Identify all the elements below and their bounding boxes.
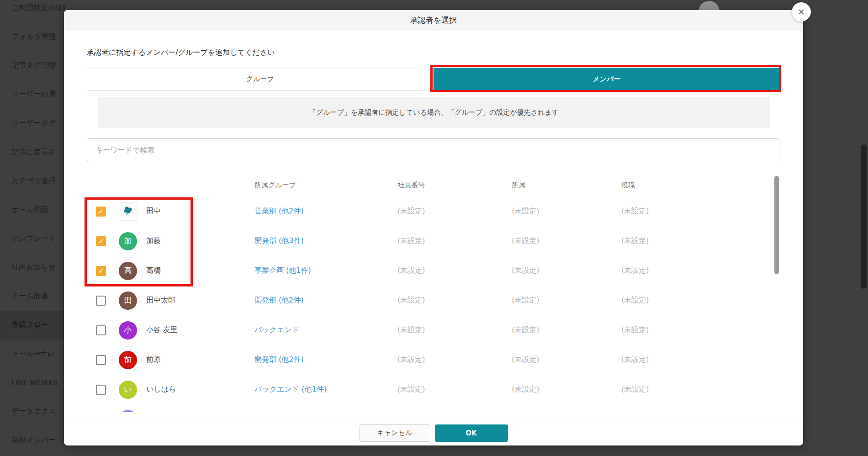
tab-group[interactable]: グループ (87, 68, 434, 90)
sidebar-item[interactable]: 承認フロー (0, 311, 65, 339)
member-department: (未設定) (512, 236, 621, 246)
member-checkbox[interactable]: ✓ (96, 236, 106, 246)
member-employee-no: (未設定) (397, 296, 512, 305)
member-list: 所属グループ 社員番号 所属 役職 ✓ 田中 営業部 (他2件) (未設定) (… (64, 174, 803, 412)
sidebar-item[interactable]: 社内お知らせ (0, 253, 65, 282)
cancel-button[interactable]: キャンセル (360, 424, 430, 442)
sidebar-item[interactable]: 記事タグ管理 (0, 51, 65, 80)
member-department: (未設定) (512, 385, 621, 394)
dialog-footer: キャンセル OK (64, 420, 803, 445)
search-input[interactable] (87, 138, 779, 161)
member-row[interactable]: ✓ 田中 営業部 (他2件) (未設定) (未設定) (未設定) (64, 196, 803, 226)
member-avatar: 小 (119, 321, 137, 339)
member-name: いしはら (137, 385, 254, 394)
member-position: (未設定) (621, 325, 803, 335)
member-row[interactable]: い いしはら バックエンド (他1件) (未設定) (未設定) (未設定) (64, 375, 803, 404)
member-checkbox[interactable] (96, 296, 106, 306)
member-group-link[interactable]: バックエンド (他1件) (254, 385, 397, 394)
member-department: (未設定) (512, 296, 621, 305)
member-group-link[interactable]: バックエンド (254, 325, 397, 335)
list-header: 所属グループ 社員番号 所属 役職 (64, 174, 803, 196)
member-checkbox[interactable]: ✓ (96, 266, 106, 276)
member-employee-no: (未設定) (397, 355, 512, 365)
sidebar-item[interactable]: データエクス (0, 397, 65, 426)
member-avatar-partial (119, 410, 137, 412)
sidebar-item[interactable]: メール→ナレ (0, 339, 65, 368)
member-group-link[interactable]: 開発部 (他3件) (254, 236, 397, 246)
column-employee-no: 社員番号 (397, 181, 512, 190)
member-row[interactable]: 田 田中太郎 開発部 (他2件) (未設定) (未設定) (未設定) (64, 286, 803, 315)
column-department: 所属 (512, 181, 621, 190)
sidebar-item[interactable]: ユーザータグ (0, 109, 65, 138)
sidebar-item[interactable]: ホーム画面 (0, 196, 65, 224)
member-name: 田中 (137, 207, 254, 216)
member-rows: ✓ 田中 営業部 (他2件) (未設定) (未設定) (未設定) ✓ 加 加藤 … (64, 196, 803, 412)
member-name: 小谷 友里 (137, 325, 254, 335)
screen: ご利用状況の確認フォルダ管理記事タグ管理ユーザーの属ユーザータグ記事に表示さカテ… (0, 0, 868, 456)
member-avatar: 高 (119, 262, 137, 280)
member-position: (未設定) (621, 355, 803, 365)
member-row[interactable]: 小 小谷 友里 バックエンド (未設定) (未設定) (未設定) (64, 315, 803, 345)
column-group: 所属グループ (254, 181, 397, 190)
member-group-link[interactable]: 開発部 (他2件) (254, 296, 397, 305)
ok-button[interactable]: OK (435, 424, 508, 442)
dialog-instruction: 承認者に指定するメンバー/グループを追加してください (87, 48, 275, 58)
member-employee-no: (未設定) (397, 207, 512, 216)
member-employee-no: (未設定) (397, 266, 512, 276)
sidebar-item[interactable]: ご利用状況の確認 (0, 0, 65, 22)
member-checkbox[interactable] (96, 355, 106, 365)
member-name: 高橋 (137, 266, 254, 276)
sidebar-item[interactable]: チーム辞書 (0, 282, 65, 311)
dialog-header: 承認者を選択 (64, 10, 803, 31)
member-avatar: 前 (119, 351, 137, 369)
sidebar-item[interactable]: テンプレート (0, 224, 65, 253)
member-department: (未設定) (512, 266, 621, 276)
page-scrollbar-thumb[interactable] (861, 144, 867, 289)
member-employee-no: (未設定) (397, 385, 512, 394)
dialog-title: 承認者を選択 (410, 15, 457, 26)
sidebar-item[interactable]: 記事に表示さ (0, 138, 65, 166)
member-position: (未設定) (621, 296, 803, 305)
sidebar-item[interactable]: ユーザーの属 (0, 80, 65, 109)
sidebar-item[interactable]: フォルダ管理 (0, 22, 65, 51)
sidebar: ご利用状況の確認フォルダ管理記事タグ管理ユーザーの属ユーザータグ記事に表示さカテ… (0, 0, 65, 456)
member-department: (未設定) (512, 207, 621, 216)
member-avatar: い (119, 381, 137, 399)
member-position: (未設定) (621, 385, 803, 394)
close-icon[interactable]: × (792, 2, 811, 21)
member-checkbox[interactable]: ✓ (96, 207, 106, 217)
member-employee-no: (未設定) (397, 325, 512, 335)
member-group-link[interactable]: 開発部 (他2件) (254, 355, 397, 365)
member-name: 前原 (137, 355, 254, 365)
member-row[interactable]: 前 前原 開発部 (他2件) (未設定) (未設定) (未設定) (64, 345, 803, 375)
member-group-link[interactable]: 営業部 (他2件) (254, 207, 397, 216)
member-name: 加藤 (137, 236, 254, 246)
sidebar-item[interactable]: LINE WORKS (0, 368, 65, 397)
member-checkbox[interactable] (96, 325, 106, 335)
member-checkbox[interactable] (96, 385, 106, 395)
member-department: (未設定) (512, 355, 621, 365)
member-name: 田中太郎 (137, 296, 254, 305)
sidebar-item[interactable]: カテゴリ管理 (0, 167, 65, 196)
broccoli-icon (119, 202, 137, 221)
group-priority-notice: 「グループ」を承認者に指定している場合、「グループ」の設定が優先されます (98, 97, 770, 128)
member-group-link[interactable]: 事業企画 (他1件) (254, 266, 397, 276)
member-avatar: 田 (119, 292, 137, 310)
member-employee-no: (未設定) (397, 236, 512, 246)
member-row[interactable]: ✓ 高 高橋 事業企画 (他1件) (未設定) (未設定) (未設定) (64, 256, 803, 286)
approver-select-dialog: × 承認者を選択 承認者に指定するメンバー/グループを追加してください グループ… (64, 10, 803, 445)
member-avatar: 加 (119, 232, 137, 250)
member-row[interactable]: ✓ 加 加藤 開発部 (他3件) (未設定) (未設定) (未設定) (64, 226, 803, 256)
member-department: (未設定) (512, 325, 621, 335)
sidebar-item[interactable]: 新規メンバー (0, 426, 65, 455)
list-scrollbar-thumb[interactable] (774, 176, 779, 274)
tab-member[interactable]: メンバー (434, 68, 780, 90)
tab-bar: グループ メンバー (87, 68, 780, 90)
